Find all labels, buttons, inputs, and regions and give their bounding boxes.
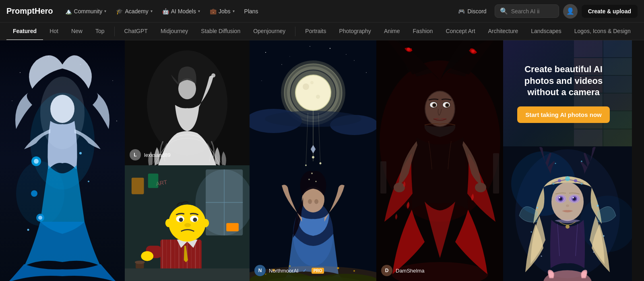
svg-point-41	[169, 205, 206, 242]
subnav-item-architecture[interactable]: Architecture	[482, 23, 525, 40]
svg-point-105	[425, 92, 454, 126]
nav-ai-models[interactable]: 🤖 AI Models ▾	[158, 6, 204, 17]
svg-point-112	[433, 104, 436, 106]
warrior-avatar: D	[381, 265, 392, 276]
col-5: Create beautiful AI photos and videos wi…	[503, 40, 632, 281]
svg-point-56	[265, 52, 266, 53]
warrior-username: DamShelma	[396, 268, 425, 274]
dancer-avatar: L	[130, 149, 141, 160]
nav-plans[interactable]: Plans	[240, 6, 262, 17]
pro-badge: PRO	[312, 268, 324, 274]
discord-button[interactable]: 🎮 Discord	[454, 6, 490, 17]
subnav-item-fashion[interactable]: Fashion	[407, 23, 440, 40]
svg-point-47	[165, 219, 172, 227]
svg-point-116	[394, 183, 405, 192]
subnav-item-hot[interactable]: Hot	[43, 23, 65, 40]
svg-point-149	[555, 162, 556, 164]
subnav-item-midjourney[interactable]: Midjourney	[154, 23, 194, 40]
subnav-item-portraits[interactable]: Portraits	[299, 23, 332, 40]
svg-point-103	[471, 50, 475, 53]
avatar[interactable]: 👤	[563, 4, 578, 19]
svg-point-62	[310, 46, 310, 47]
svg-point-71	[310, 81, 314, 84]
col-4: D DamShelma	[376, 40, 503, 281]
subnav-item-logos[interactable]: Logos, Icons & Design	[568, 23, 637, 40]
svg-point-80	[314, 199, 318, 204]
subnav: Featured Hot New Top ChatGPT Midjourney …	[0, 23, 644, 40]
svg-point-123	[551, 182, 584, 221]
svg-point-84	[312, 156, 314, 158]
nav-academy[interactable]: 🎓 Academy ▾	[112, 6, 156, 17]
svg-point-85	[305, 164, 307, 166]
subnav-item-chatgpt[interactable]: ChatGPT	[118, 23, 154, 40]
tile-warrior[interactable]: D DamShelma	[376, 40, 503, 281]
svg-point-57	[281, 64, 282, 65]
jobs-icon: 💼	[210, 8, 217, 15]
svg-rect-29	[148, 174, 159, 188]
svg-point-113	[446, 104, 448, 106]
svg-point-148	[593, 251, 594, 252]
tile-fairy[interactable]	[503, 146, 632, 281]
svg-point-0	[20, 72, 21, 73]
tile-mermaid[interactable]	[0, 40, 125, 281]
tile-warrior-user-badge: D DamShelma	[381, 265, 425, 276]
svg-point-150	[581, 160, 582, 162]
main-nav: 🏔️ Community ▾ 🎓 Academy ▾ 🤖 AI Models ▾…	[61, 6, 451, 17]
svg-point-128	[559, 197, 560, 198]
tile-moon-girl[interactable]: N NorthmoorAI ✓ PRO	[250, 40, 376, 281]
subnav-item-stable-diffusion[interactable]: Stable Diffusion	[194, 23, 247, 40]
logo[interactable]: PromptHero	[6, 6, 53, 16]
subnav-divider-1	[114, 27, 115, 36]
svg-point-143	[537, 207, 538, 208]
subnav-item-top[interactable]: Top	[89, 23, 111, 40]
svg-point-45	[193, 218, 197, 222]
nav-jobs[interactable]: 💼 Jobs ▾	[206, 6, 239, 17]
header: PromptHero 🏔️ Community ▾ 🎓 Academy ▾ 🤖 …	[0, 0, 644, 23]
tile-homer[interactable]: ART	[125, 165, 250, 281]
svg-rect-114	[380, 161, 386, 194]
svg-point-89	[308, 179, 310, 180]
main-content: L lexxsand89 ART	[0, 40, 644, 281]
svg-point-44	[179, 218, 183, 222]
svg-point-4	[12, 100, 12, 101]
svg-point-11	[34, 159, 39, 164]
search-box[interactable]: 🔍	[495, 4, 559, 18]
svg-point-63	[290, 56, 290, 57]
header-right: 🎮 Discord 🔍 👤 Create & upload	[454, 4, 638, 19]
svg-point-146	[603, 235, 605, 237]
svg-point-70	[316, 95, 320, 99]
svg-point-59	[354, 60, 355, 61]
col-2: L lexxsand89 ART	[125, 40, 250, 281]
subnav-item-concept-art[interactable]: Concept Art	[439, 23, 481, 40]
svg-rect-28	[132, 178, 144, 194]
svg-point-138	[558, 179, 561, 182]
tile-dancer-user-badge: L lexxsand89	[130, 149, 171, 160]
svg-rect-51	[226, 223, 239, 231]
subnav-item-new[interactable]: New	[65, 23, 89, 40]
ai-models-icon: 🤖	[162, 8, 169, 15]
subnav-item-landscapes[interactable]: Landscapes	[524, 23, 568, 40]
svg-point-102	[407, 48, 410, 51]
subnav-item-anime[interactable]: Anime	[378, 23, 407, 40]
subnav-item-openjourney[interactable]: Openjourney	[247, 23, 292, 40]
create-upload-button[interactable]: Create & upload	[582, 5, 638, 18]
promo-title: Create beautiful AI photos and videos wi…	[513, 64, 614, 98]
promo-cta-button[interactable]: Start taking AI photos now	[517, 106, 609, 123]
svg-rect-115	[493, 153, 499, 194]
moon-girl-avatar: N	[254, 265, 266, 276]
svg-point-87	[311, 173, 313, 174]
subnav-item-photography[interactable]: Photography	[332, 23, 377, 40]
svg-point-145	[531, 231, 532, 232]
tile-dancer[interactable]: L lexxsand89	[125, 40, 250, 165]
search-input[interactable]	[511, 8, 554, 15]
svg-point-20	[211, 73, 215, 77]
svg-point-139	[574, 179, 577, 182]
moon-girl-username: NorthmoorAI	[269, 268, 299, 274]
svg-point-3	[112, 80, 113, 81]
search-icon: 🔍	[500, 7, 508, 15]
nav-community[interactable]: 🏔️ Community ▾	[61, 6, 111, 17]
dancer-svg	[125, 40, 250, 165]
svg-point-86	[320, 162, 322, 164]
svg-point-48	[202, 219, 209, 227]
subnav-item-featured[interactable]: Featured	[6, 23, 43, 40]
